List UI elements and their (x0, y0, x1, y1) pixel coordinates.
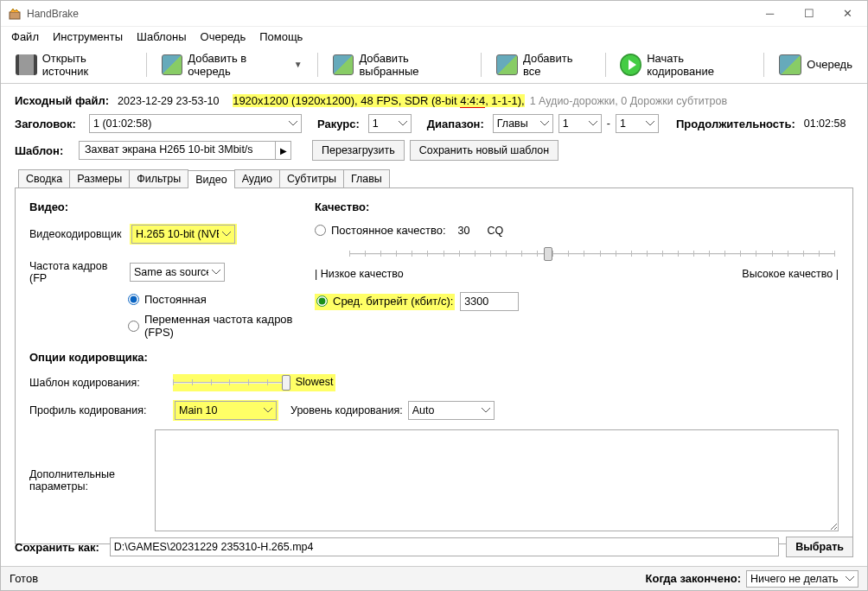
source-tracks: 1 Аудио-дорожки, 0 Дорожки субтитров (530, 95, 727, 107)
add-selected-label: Добавить выбранные (359, 52, 466, 78)
menu-help[interactable]: Помощь (252, 29, 310, 45)
enc-preset-value: Slowest (296, 376, 334, 388)
close-button[interactable]: ✕ (828, 1, 867, 27)
toolbar-separator (763, 53, 764, 77)
tab-chapters[interactable]: Главы (343, 169, 390, 187)
status-bar: Готов Когда закончено: Ничего не делать (1, 566, 867, 590)
duration-label: Продолжительность: (676, 118, 795, 130)
open-source-label: Открыть источник (42, 52, 131, 78)
extra-params-input[interactable] (155, 429, 839, 531)
menu-queue[interactable]: Очередь (194, 29, 253, 45)
save-new-preset-button[interactable]: Сохранить новый шаблон (410, 140, 558, 161)
add-all-button[interactable]: Добавить все (488, 48, 597, 82)
cfr-radio[interactable]: Постоянная (128, 293, 207, 306)
tab-strip: Сводка Размеры Фильтры Видео Аудио Субти… (15, 169, 853, 188)
title-label: Заголовок: (15, 118, 80, 130)
tab-filters[interactable]: Фильтры (129, 169, 188, 187)
menu-tools[interactable]: Инструменты (46, 29, 130, 45)
start-encode-button[interactable]: Начать кодирование (612, 48, 756, 82)
menu-file[interactable]: Файл (4, 29, 46, 45)
cq-unit: CQ (487, 225, 503, 237)
encoder-label: Видеокодировщик (29, 228, 124, 240)
film-icon (16, 54, 37, 75)
fps-label: Частота кадров (FP (29, 260, 124, 284)
angle-select[interactable]: 1 (368, 114, 412, 133)
tab-summary[interactable]: Сводка (18, 169, 70, 187)
title-bar: HandBrake ─ ☐ ✕ (1, 1, 867, 27)
cq-value: 30 (458, 225, 470, 237)
add-to-queue-label: Добавить в очередь (188, 52, 286, 78)
saveas-path-input[interactable] (110, 537, 779, 556)
quality-heading: Качество: (315, 200, 839, 213)
avg-bitrate-input[interactable] (460, 292, 519, 311)
queue-icon (779, 54, 801, 75)
range-type-select[interactable]: Главы (493, 114, 553, 133)
enc-profile-label: Профиль кодирования: (29, 404, 168, 416)
enc-level-label: Уровень кодирования: (290, 404, 403, 416)
source-info-hl: 1920x1200 (1920x1200), 48 FPS, SDR (8-bi… (233, 94, 524, 107)
range-to-select[interactable]: 1 (616, 114, 659, 133)
tab-video[interactable]: Видео (188, 170, 235, 188)
minimize-button[interactable]: ─ (750, 1, 789, 27)
tab-dimensions[interactable]: Размеры (69, 169, 130, 187)
range-dash: - (607, 118, 610, 130)
enc-preset-slider[interactable] (173, 374, 287, 391)
toolbar-separator (317, 53, 318, 77)
menu-bar: Файл Инструменты Шаблоны Очередь Помощь (1, 27, 867, 46)
source-name: 2023-12-29 23-53-10 (118, 95, 219, 107)
app-icon (8, 7, 22, 21)
cfr-label: Постоянная (144, 293, 207, 306)
preset-value: Захват экрана H265 10-bit 3Mbit/s (80, 142, 275, 159)
encoder-select[interactable]: H.265 10-bit (NVEr (131, 225, 235, 244)
source-label: Исходный файл: (15, 94, 109, 107)
toolbar: Открыть источник Добавить в очередь ▼ До… (1, 46, 867, 84)
enc-preset-label: Шаблон кодирования: (29, 377, 168, 389)
toolbar-separator (481, 53, 482, 77)
extra-params-label: Дополнительные параметры: (29, 468, 146, 492)
browse-button[interactable]: Выбрать (786, 537, 853, 557)
add-all-label: Добавить все (523, 52, 590, 78)
video-heading: Видео: (29, 200, 297, 213)
encoder-options-heading: Опции кодировщика: (29, 351, 839, 364)
enc-level-select[interactable]: Auto (408, 401, 495, 420)
toolbar-separator (605, 53, 606, 77)
avg-bitrate-radio[interactable]: Сред. битрейт (кбит/c): (316, 295, 453, 308)
quality-slider[interactable] (349, 245, 835, 263)
vfr-label: Переменная частота кадров (FPS) (144, 313, 297, 339)
when-done-label: Когда закончено: (646, 572, 741, 585)
tab-audio[interactable]: Аудио (234, 169, 280, 187)
picture-add-icon (496, 54, 518, 75)
toolbar-separator (146, 53, 147, 77)
window-title: HandBrake (27, 8, 750, 20)
menu-presets[interactable]: Шаблоны (130, 29, 194, 45)
enc-profile-select[interactable]: Main 10 (175, 401, 277, 420)
title-select[interactable]: 1 (01:02:58) (89, 114, 302, 133)
avg-bitrate-label: Сред. битрейт (кбит/c): (333, 295, 453, 308)
cq-radio[interactable]: Постоянное качество: (315, 224, 446, 237)
maximize-button[interactable]: ☐ (789, 1, 828, 27)
add-to-queue-button[interactable]: Добавить в очередь ▼ (154, 48, 310, 82)
status-text: Готов (10, 572, 38, 585)
when-done-select[interactable]: Ничего не делать (746, 570, 858, 588)
play-icon (620, 54, 641, 76)
picture-add-icon (333, 54, 354, 75)
reload-preset-button[interactable]: Перезагрузить (312, 140, 405, 161)
add-selected-button[interactable]: Добавить выбранные (325, 48, 475, 82)
queue-label: Очередь (807, 58, 852, 71)
start-encode-label: Начать кодирование (647, 52, 749, 78)
queue-button[interactable]: Очередь (771, 50, 860, 79)
duration-value: 01:02:58 (804, 118, 846, 130)
saveas-label: Сохранить как: (15, 541, 99, 554)
range-label: Диапазон: (427, 118, 484, 130)
picture-add-icon (162, 54, 183, 75)
preset-picker[interactable]: Захват экрана H265 10-bit 3Mbit/s ▶ (79, 141, 291, 160)
fps-select[interactable]: Same as source (130, 263, 225, 282)
range-from-select[interactable]: 1 (558, 114, 602, 133)
vfr-radio[interactable]: Переменная частота кадров (FPS) (128, 313, 297, 339)
open-source-button[interactable]: Открыть источник (8, 48, 139, 82)
tab-subtitles[interactable]: Субтитры (279, 169, 344, 187)
cq-label: Постоянное качество: (331, 224, 446, 237)
chevron-down-icon: ▼ (294, 60, 303, 69)
preset-label: Шаблон: (15, 144, 70, 157)
svg-rect-0 (10, 12, 20, 19)
